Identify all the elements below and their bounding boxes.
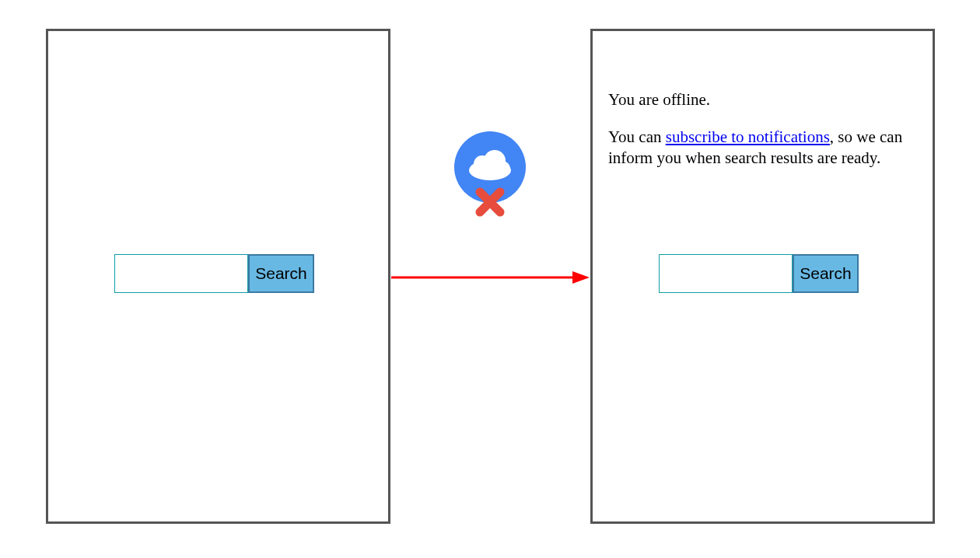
search-button[interactable]: Search [793,254,859,293]
search-input[interactable] [114,254,248,293]
svg-point-2 [454,131,526,203]
cloud-offline-icon [451,130,529,218]
svg-line-8 [480,192,500,212]
search-group-left: Search [114,254,314,293]
svg-point-4 [474,155,491,173]
search-button[interactable]: Search [248,254,314,293]
panel-after: You are offline. You can subscribe to no… [590,29,935,524]
x-icon [480,192,500,212]
subscribe-link[interactable]: subscribe to notifications [666,127,830,146]
offline-prefix: You can [608,127,666,146]
svg-point-3 [469,160,511,180]
svg-marker-1 [572,271,590,284]
svg-line-9 [480,192,500,212]
arrow-right-icon [391,270,590,285]
svg-point-5 [484,150,506,172]
offline-detail: You can subscribe to notifications, so w… [608,127,923,168]
svg-point-7 [470,163,484,177]
search-group-right: Search [659,254,859,293]
svg-point-6 [495,161,510,176]
offline-title: You are offline. [608,89,923,110]
panel-before: Search [46,29,390,524]
offline-message: You are offline. You can subscribe to no… [608,89,923,185]
search-input[interactable] [659,254,793,293]
